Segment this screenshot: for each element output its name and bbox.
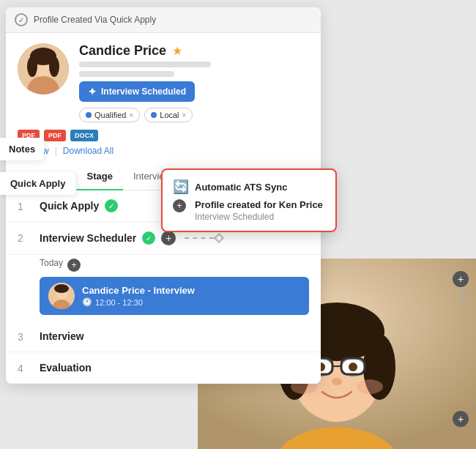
connector xyxy=(185,234,223,242)
status-badge: ✦ Interview Scheduled xyxy=(79,81,195,102)
profile-name: Candice Price xyxy=(79,43,166,59)
right-dots xyxy=(460,289,466,305)
tag-qualified-close[interactable]: × xyxy=(129,111,133,119)
ats-text-section: Profile created for Ken Price Interview … xyxy=(195,199,323,222)
today-section: Today + Candice Price - Interview 🕐 xyxy=(6,255,321,321)
dashed-line xyxy=(185,237,214,239)
download-all-link[interactable]: Download All xyxy=(63,146,114,156)
tab-stage[interactable]: Stage xyxy=(77,163,123,190)
profile-info: Candice Price ★ ✦ Interview Scheduled Qu… xyxy=(79,43,309,122)
stage-title-1: Quick Apply xyxy=(40,200,99,212)
avatar xyxy=(18,43,69,94)
ats-header: 🔄 Automatic ATS Sync xyxy=(173,179,325,195)
stage-num-4: 4 xyxy=(18,361,29,374)
stage-add-btn-2[interactable]: + xyxy=(161,231,176,245)
tag-dot-qualified xyxy=(86,112,92,118)
profile-line-1 xyxy=(79,62,211,67)
today-row: Today + xyxy=(40,258,309,272)
diamond-icon xyxy=(214,233,224,243)
today-add-btn[interactable]: + xyxy=(67,259,81,272)
stage-title-2: Interview Scheduler xyxy=(40,232,136,244)
bottom-right-add-btn[interactable]: + xyxy=(453,411,469,427)
svg-point-17 xyxy=(357,379,383,394)
docs-section: PDF PDF DOCX Preview | Download All xyxy=(6,122,321,156)
stage-check-1: ✓ xyxy=(105,199,118,212)
svg-point-23 xyxy=(49,56,59,77)
stage-title-row-2: Interview Scheduler ✓ + xyxy=(40,231,309,245)
docs-links: Preview | Download All xyxy=(18,146,309,156)
quick-apply-sidebar-label: Quick Apply xyxy=(0,172,75,195)
tick-1 xyxy=(460,289,466,291)
today-label: Today xyxy=(40,258,63,268)
tag-qualified[interactable]: Qualified × xyxy=(79,108,140,122)
profile-section: Candice Price ★ ✦ Interview Scheduled Qu… xyxy=(6,33,321,122)
interview-info: Candice Price - Interview 🕐 12:00 - 12:3… xyxy=(82,285,195,307)
stage-item-4: 4 Evaluation xyxy=(6,352,321,384)
tick-2 xyxy=(460,293,466,294)
profile-lines xyxy=(79,62,309,77)
docs-files: PDF PDF DOCX xyxy=(18,130,309,141)
header-check-icon: ✓ xyxy=(15,13,28,26)
interview-avatar xyxy=(48,283,75,309)
stage-check-2: ✓ xyxy=(142,231,155,245)
svg-point-22 xyxy=(27,56,37,77)
card-header-bar: ✓ Profile Created Via Quick Apply xyxy=(6,7,321,33)
svg-point-15 xyxy=(332,378,342,385)
svg-point-14 xyxy=(349,363,357,371)
tag-local[interactable]: Local × xyxy=(144,108,193,122)
stage-title-3: Interview xyxy=(40,330,84,342)
profile-line-2 xyxy=(79,71,174,77)
tick-5 xyxy=(460,304,466,305)
profile-name-row: Candice Price ★ xyxy=(79,43,309,59)
interview-time-value: 12:00 - 12:30 xyxy=(95,298,143,307)
ats-sync-popup: 🔄 Automatic ATS Sync + Profile created f… xyxy=(161,168,337,232)
tag-dot-local xyxy=(151,112,157,118)
tick-3 xyxy=(460,297,466,298)
ats-profile-text: Profile created for Ken Price xyxy=(195,199,323,210)
svg-point-27 xyxy=(54,284,69,293)
status-label: Interview Scheduled xyxy=(101,86,186,97)
ats-subtitle: Interview Scheduled xyxy=(195,212,323,222)
tag-local-close[interactable]: × xyxy=(182,111,187,119)
stage-title-4: Evaluation xyxy=(40,362,92,374)
doc-pdf-2[interactable]: PDF xyxy=(44,130,66,141)
stage-body-3: Interview xyxy=(40,330,309,343)
stage-num-1: 1 xyxy=(18,199,29,212)
ats-sync-icon: 🔄 xyxy=(173,179,189,195)
stage-body-4: Evaluation xyxy=(40,361,309,374)
ats-body: + Profile created for Ken Price Intervie… xyxy=(173,199,325,222)
right-add-btn[interactable]: + xyxy=(453,271,469,287)
stage-num-3: 3 xyxy=(18,330,29,343)
tag-qualified-label: Qualified xyxy=(94,111,126,119)
notes-sidebar-label: Notes xyxy=(0,138,44,160)
stage-num-2: 2 xyxy=(18,231,29,244)
stage-item-3: 3 Interview xyxy=(6,321,321,352)
interview-time: 🕐 12:00 - 12:30 xyxy=(82,297,195,307)
interview-card[interactable]: Candice Price - Interview 🕐 12:00 - 12:3… xyxy=(40,277,309,315)
card-header-title: Profile Created Via Quick Apply xyxy=(34,15,156,25)
status-star-icon: ✦ xyxy=(88,86,97,97)
ats-add-icon[interactable]: + xyxy=(173,199,186,212)
doc-docx[interactable]: DOCX xyxy=(70,130,98,141)
interview-name: Candice Price - Interview xyxy=(82,285,195,296)
stage-body-2: Interview Scheduler ✓ + xyxy=(40,231,309,245)
star-icon: ★ xyxy=(172,44,182,58)
docs-divider: | xyxy=(55,146,57,156)
clock-icon: 🕐 xyxy=(82,297,92,307)
tags-row: Qualified × Local × xyxy=(79,108,309,122)
tick-4 xyxy=(460,300,466,302)
tag-local-label: Local xyxy=(160,111,179,119)
ats-title: Automatic ATS Sync xyxy=(195,182,287,193)
